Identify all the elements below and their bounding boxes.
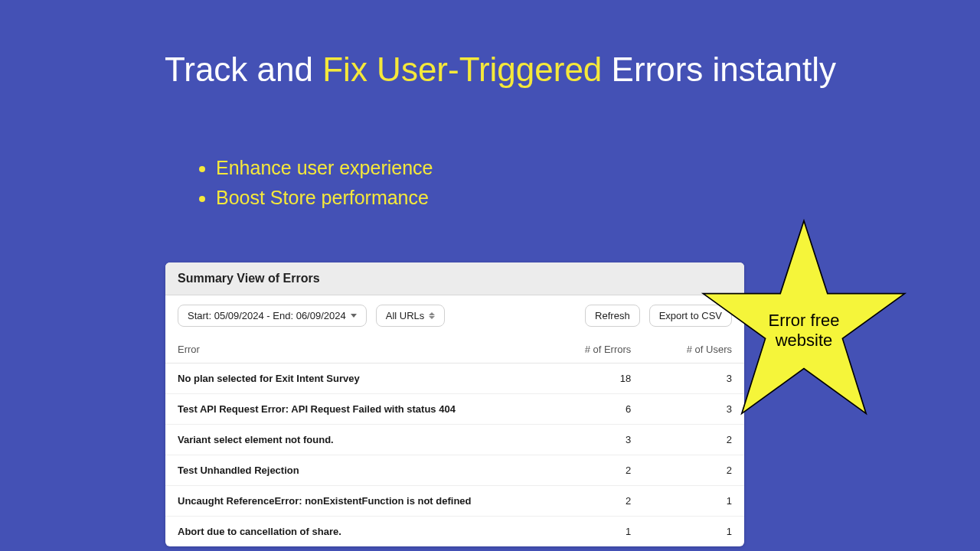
date-range-label: Start: 05/09/2024 - End: 06/09/2024 [188,310,346,321]
cell-users: 3 [643,364,744,394]
cell-errors: 18 [541,364,644,394]
heading-before: Track and [165,51,322,88]
url-filter-selector[interactable]: All URLs [376,305,446,327]
table-row[interactable]: Uncaught ReferenceError: nonExistentFunc… [165,486,744,517]
panel-title: Summary View of Errors [165,262,744,295]
cell-error: No plan selected for Exit Intent Survey [165,364,541,394]
table-row[interactable]: No plan selected for Exit Intent Survey1… [165,364,744,394]
cell-error: Abort due to cancellation of share. [165,517,541,547]
cell-users: 3 [643,394,744,425]
benefit-list: Enhance user experience Boost Store perf… [199,153,433,213]
panel-toolbar: Start: 05/09/2024 - End: 06/09/2024 All … [165,295,744,336]
cell-error: Variant select element not found. [165,425,541,455]
cell-error: Test API Request Error: API Request Fail… [165,394,541,425]
chevron-down-icon [351,314,357,318]
cell-errors: 3 [541,425,644,455]
date-range-selector[interactable]: Start: 05/09/2024 - End: 06/09/2024 [178,305,367,327]
table-row[interactable]: Abort due to cancellation of share.11 [165,517,744,547]
benefit-item: Enhance user experience [216,153,433,183]
cell-users: 2 [643,425,744,455]
export-csv-button[interactable]: Export to CSV [649,305,732,327]
cell-errors: 1 [541,517,644,547]
cell-errors: 2 [541,455,644,486]
table-row[interactable]: Test Unhandled Rejection22 [165,455,744,486]
heading-highlight: Fix User-Triggered [322,51,602,88]
cell-users: 1 [643,486,744,517]
page-heading: Track and Fix User-Triggered Errors inst… [165,47,838,91]
cell-error: Uncaught ReferenceError: nonExistentFunc… [165,486,541,517]
refresh-button[interactable]: Refresh [585,305,640,327]
errors-table: Error # of Errors # of Users No plan sel… [165,336,744,546]
cell-errors: 2 [541,486,644,517]
cell-errors: 6 [541,394,644,425]
sort-icon [429,312,435,319]
star-line1: Error free [769,311,840,330]
col-error[interactable]: Error [165,336,541,364]
cell-error: Test Unhandled Rejection [165,455,541,486]
cell-users: 2 [643,455,744,486]
cell-users: 1 [643,517,744,547]
benefit-item: Boost Store performance [216,183,433,213]
star-line2: website [776,331,833,350]
col-users[interactable]: # of Users [643,336,744,364]
table-row[interactable]: Variant select element not found.32 [165,425,744,455]
errors-panel: Summary View of Errors Start: 05/09/2024… [165,262,744,546]
col-errors[interactable]: # of Errors [541,336,644,364]
table-row[interactable]: Test API Request Error: API Request Fail… [165,394,744,425]
heading-after: Errors instantly [602,51,836,88]
url-filter-label: All URLs [386,310,425,321]
